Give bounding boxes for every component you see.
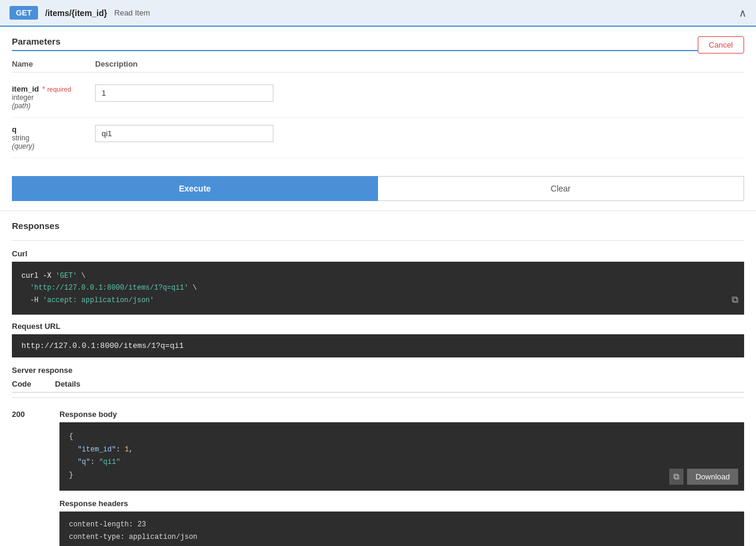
param-name-q: q — [12, 125, 83, 134]
param-location-q: (query) — [12, 142, 83, 150]
curl-line1: curl -X 'GET' \ — [21, 270, 735, 282]
server-response-label: Server response — [12, 366, 744, 375]
param-input-q-container — [95, 125, 273, 142]
parameters-panel: Cancel Parameters Name Description item_… — [0, 27, 756, 211]
param-location-item-id: (path) — [12, 102, 83, 110]
param-input-item-id[interactable] — [95, 84, 273, 102]
action-buttons: Execute Clear — [12, 176, 744, 201]
response-body-block: { "item_id": 1, "q": "qi1" } ⧉ Download — [59, 422, 744, 490]
param-name-item-id: item_id — [12, 84, 39, 93]
endpoint-path: /items/{item_id} — [45, 8, 107, 18]
response-body-line2: "item_id": 1, — [69, 444, 735, 457]
curl-line2: 'http://127.0.0.1:8000/items/1?q=qi1' \ — [21, 282, 735, 294]
col-name-header: Name — [12, 59, 83, 68]
col-code-header: Code — [12, 379, 32, 388]
param-name-col-item-id: item_id * required integer (path) — [12, 84, 83, 110]
response-header-line2: content-type: application/json — [69, 531, 735, 544]
response-row-200: 200 Response body { "item_id": 1, "q": "… — [12, 406, 744, 546]
col-description-header: Description — [95, 59, 138, 68]
response-table-header: Code Details — [12, 379, 744, 393]
param-required-label: required — [47, 86, 71, 93]
collapse-icon[interactable]: ∧ — [739, 7, 746, 20]
param-type-q: string — [12, 134, 83, 142]
curl-copy-icon[interactable]: ⧉ — [732, 293, 738, 309]
response-copy-button[interactable]: ⧉ — [669, 469, 683, 485]
curl-label: Curl — [12, 249, 744, 258]
responses-section: Responses Curl curl -X 'GET' \ 'http://1… — [0, 211, 756, 546]
clear-button[interactable]: Clear — [378, 176, 745, 201]
download-button[interactable]: Download — [687, 469, 738, 485]
curl-block: curl -X 'GET' \ 'http://127.0.0.1:8000/i… — [12, 262, 744, 315]
response-headers-block: content-length: 23 content-type: applica… — [59, 512, 744, 546]
response-code-200: 200 — [12, 410, 36, 419]
response-header-line1: content-length: 23 — [69, 519, 735, 532]
response-details-200: Response body { "item_id": 1, "q": "qi1"… — [59, 410, 744, 546]
param-row-q: q string (query) — [12, 118, 744, 158]
response-actions: ⧉ Download — [669, 469, 738, 485]
response-body-line4: } — [69, 469, 735, 482]
param-input-q[interactable] — [95, 125, 273, 142]
param-type-item-id: integer — [12, 93, 83, 102]
responses-title: Responses — [12, 221, 744, 231]
param-row-item-id: item_id * required integer (path) — [12, 77, 744, 118]
curl-line3: -H 'accept: application/json' — [21, 294, 735, 306]
response-headers-label: Response headers — [59, 499, 744, 508]
endpoint-header: GET /items/{item_id} Read Item ∧ — [0, 0, 756, 27]
param-required-star: * — [42, 85, 45, 93]
request-url-block: http://127.0.0.1:8000/items/1?q=qi1 — [12, 334, 744, 357]
request-url-label: Request URL — [12, 322, 744, 331]
response-body-line3: "q": "qi1" — [69, 456, 735, 469]
params-header: Name Description — [12, 59, 744, 73]
method-badge: GET — [10, 6, 38, 20]
col-details-header: Details — [55, 379, 81, 388]
execute-button[interactable]: Execute — [12, 176, 378, 201]
response-body-label: Response body — [59, 410, 744, 419]
param-input-item-id-container — [95, 84, 273, 102]
divider-table — [12, 397, 744, 398]
param-name-col-q: q string (query) — [12, 125, 83, 150]
cancel-button[interactable]: Cancel — [698, 36, 744, 54]
parameters-title: Parameters — [12, 36, 744, 51]
divider-responses — [12, 240, 744, 241]
endpoint-summary: Read Item — [114, 8, 150, 17]
response-body-line1: { — [69, 431, 735, 444]
